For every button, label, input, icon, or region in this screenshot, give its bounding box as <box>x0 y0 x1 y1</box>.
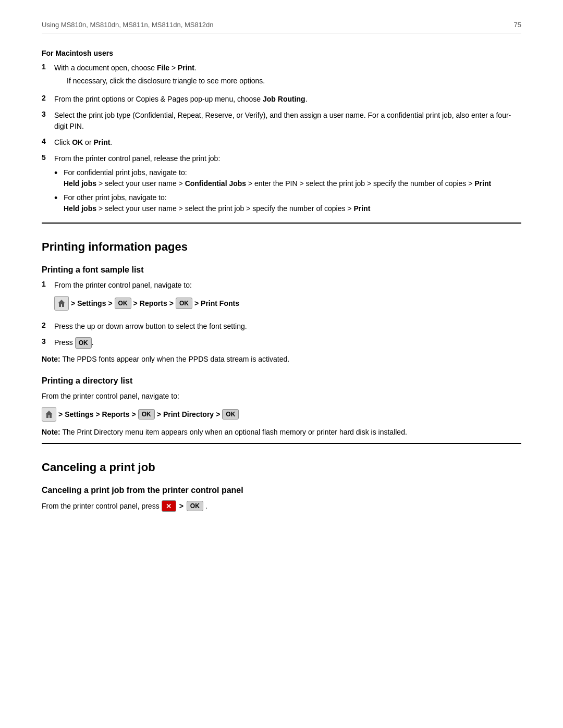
section-divider-printing <box>42 223 521 224</box>
mac-step-5: 5 From the printer control panel, releas… <box>42 153 521 217</box>
nav-sep-5: > <box>194 298 199 309</box>
page: Using MS810n, MS810dn, MS811n, MS811dn, … <box>0 0 563 728</box>
directory-nav-line: > Settings > Reports > OK > Print Direct… <box>42 407 521 422</box>
ok-btn-4: OK <box>222 409 239 419</box>
nav-sep-4: > <box>169 298 174 309</box>
step-num-3: 3 <box>42 110 54 118</box>
step-5-bullets: • For confidential print jobs, navigate … <box>54 167 521 214</box>
dir-sep-5: > <box>216 410 220 418</box>
mac-step-3: 3 Select the print job type (Confidentia… <box>42 110 521 132</box>
bullet-confidential: • For confidential print jobs, navigate … <box>54 167 521 189</box>
ok-btn-cancel: OK <box>187 501 203 511</box>
dir-sep-4: > <box>157 410 161 418</box>
section-divider-cancel <box>42 443 521 444</box>
step-num-2: 2 <box>42 94 54 102</box>
nav-print-fonts: Print Fonts <box>201 298 239 309</box>
step-num-5: 5 <box>42 153 54 162</box>
home-icon-2 <box>42 407 56 422</box>
font-step-3: 3 Press OK. <box>42 337 521 349</box>
font-step-2-content: Press the up or down arrow button to sel… <box>54 321 521 332</box>
home-svg-2 <box>44 410 54 419</box>
bullet-dot-1: • <box>54 167 64 179</box>
font-step-1-content: From the printer control panel, navigate… <box>54 280 521 316</box>
font-step-1: 1 From the printer control panel, naviga… <box>42 280 521 316</box>
nav-settings: Settings <box>77 298 106 309</box>
step-4-content: Click OK or Print. <box>54 137 521 148</box>
bullet-dot-2: • <box>54 192 64 204</box>
bullet-other: • For other print jobs, navigate to: Hel… <box>54 192 521 214</box>
home-icon <box>54 296 69 311</box>
page-number: 75 <box>514 21 521 29</box>
step-num-4: 4 <box>42 137 54 145</box>
step-3-content: Select the print job type (Confidential,… <box>54 110 521 132</box>
step-4-ok: OK <box>72 138 83 146</box>
cancel-btn: ✕ <box>162 500 176 512</box>
step-num-1: 1 <box>42 63 54 71</box>
step-2-bold-jobrouting: Job Routing <box>263 95 305 103</box>
ok-btn-3: OK <box>138 409 155 419</box>
font-step-num-3: 3 <box>42 337 54 346</box>
mac-step-4: 4 Click OK or Print. <box>42 137 521 148</box>
note-bold-2: Note: <box>42 428 60 436</box>
font-step-num-1: 1 <box>42 280 54 288</box>
dir-sep-2: > <box>95 410 100 418</box>
font-step-3-content: Press OK. <box>54 337 521 349</box>
mac-section: For Macintosh users 1 With a document op… <box>42 49 521 217</box>
dir-sep-3: > <box>132 410 136 418</box>
mac-step-1: 1 With a document open, choose File > Pr… <box>42 63 521 89</box>
cancel-end: . <box>205 502 207 510</box>
cancel-job-heading: Canceling a print job <box>42 461 521 474</box>
mac-steps-list: 1 With a document open, choose File > Pr… <box>42 63 521 217</box>
mac-step-2: 2 From the print options or Copies & Pag… <box>42 94 521 105</box>
header-bar: Using MS810n, MS810dn, MS811n, MS811dn, … <box>42 21 521 33</box>
ok-btn-2: OK <box>176 298 192 309</box>
directory-note: Note: The Print Directory menu item appe… <box>42 427 521 438</box>
nav-sep-3: > <box>133 298 138 309</box>
font-step-num-2: 2 <box>42 321 54 329</box>
nav-sep-1: > <box>71 298 75 309</box>
home-svg <box>57 299 66 308</box>
print-bold-1: Print <box>474 179 491 188</box>
cancel-intro: From the printer control panel, press <box>42 502 160 510</box>
ok-btn-press: OK <box>75 337 92 349</box>
step-1-sub: If necessary, click the disclosure trian… <box>67 76 521 87</box>
dir-sep-1: > <box>58 410 63 418</box>
step-2-content: From the print options or Copies & Pages… <box>54 94 521 105</box>
nav-reports: Reports <box>140 298 167 309</box>
nav-sep-2: > <box>108 298 112 309</box>
dir-print-directory: Print Directory <box>163 410 214 418</box>
font-note: Note: The PPDS fonts appear only when th… <box>42 354 521 365</box>
directory-intro: From the printer control panel, navigate… <box>42 391 521 402</box>
held-jobs-1: Held jobs <box>64 179 96 188</box>
bullet-2-content: For other print jobs, navigate to: Held … <box>64 192 521 214</box>
printing-info-heading: Printing information pages <box>42 240 521 254</box>
step-1-bold-file: File <box>157 64 169 72</box>
font-nav-line: > Settings > OK > Reports > OK > Print F… <box>54 296 521 311</box>
print-bold-2: Print <box>353 204 370 213</box>
step-5-content: From the printer control panel, release … <box>54 153 521 217</box>
directory-heading: Printing a directory list <box>42 376 521 386</box>
note-bold-1: Note: <box>42 355 60 363</box>
dir-reports: Reports <box>102 410 130 418</box>
confidential-jobs: Confidential Jobs <box>185 179 246 188</box>
ok-btn-1: OK <box>115 298 131 309</box>
font-step-2: 2 Press the up or down arrow button to s… <box>42 321 521 332</box>
step-4-print: Print <box>93 138 110 146</box>
step-1-content: With a document open, choose File > Prin… <box>54 63 521 89</box>
svg-marker-0 <box>58 300 65 307</box>
held-jobs-2: Held jobs <box>64 204 96 213</box>
header-left: Using MS810n, MS810dn, MS811n, MS811dn, … <box>42 21 214 29</box>
step-1-bold-print: Print <box>178 64 194 72</box>
cancel-from-panel-heading: Canceling a print job from the printer c… <box>42 486 521 495</box>
mac-label: For Macintosh users <box>42 49 521 57</box>
cancel-sep: > <box>179 502 183 510</box>
font-sample-heading: Printing a font sample list <box>42 265 521 275</box>
cancel-nav-line: From the printer control panel, press ✕ … <box>42 500 521 512</box>
font-sample-steps: 1 From the printer control panel, naviga… <box>42 280 521 349</box>
svg-marker-1 <box>45 411 53 418</box>
bullet-1-content: For confidential print jobs, navigate to… <box>64 167 521 189</box>
dir-settings: Settings <box>65 410 93 418</box>
